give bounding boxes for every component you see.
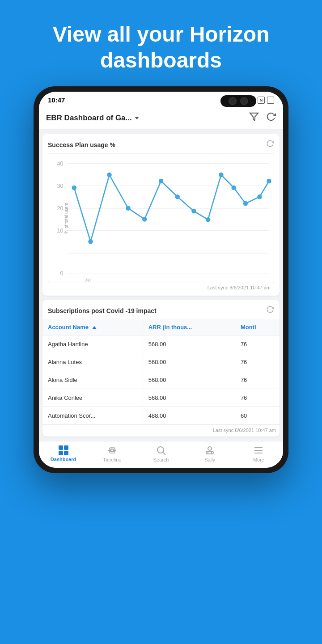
subscriptions-table: Account Name ARR (in thous... Montl Agat… xyxy=(42,319,280,425)
phone-screen: 10:47 ▭ N EBR Dashboard of Ga... xyxy=(39,92,283,468)
col-arr[interactable]: ARR (in thous... xyxy=(143,319,235,335)
table-header-row: Account Name ARR (in thous... Montl xyxy=(42,319,280,335)
col-month[interactable]: Montl xyxy=(235,319,280,335)
svg-point-25 xyxy=(257,195,262,199)
svg-point-20 xyxy=(191,209,196,214)
table-row: Automation Scor... 488.00 60 xyxy=(42,407,280,425)
nav-label-more: More xyxy=(253,457,264,462)
nav-item-more[interactable]: More xyxy=(234,445,283,462)
cell-account-name: Agatha Hartline xyxy=(42,335,143,353)
cell-month: 76 xyxy=(235,353,280,371)
grid-status-icon xyxy=(267,97,274,104)
table-title: Subscriptions post Covid -19 impact xyxy=(48,307,157,314)
cell-arr: 568.00 xyxy=(143,335,235,353)
cell-month: 60 xyxy=(235,407,280,425)
camera-lens-1 xyxy=(229,97,237,105)
chart-y-label: % of total users xyxy=(64,203,69,234)
nav-label-timeline: Timeline xyxy=(103,457,121,462)
cell-arr: 568.00 xyxy=(143,389,235,407)
cell-month: 76 xyxy=(235,389,280,407)
cell-arr: 568.00 xyxy=(143,353,235,371)
nav-label-search: Search xyxy=(153,457,169,462)
status-bar: 10:47 ▭ N xyxy=(39,92,283,106)
cell-account-name: Automation Scor... xyxy=(42,407,143,425)
sally-icon xyxy=(204,445,215,456)
svg-point-35 xyxy=(208,447,212,450)
filter-icon[interactable] xyxy=(249,112,259,124)
svg-point-22 xyxy=(219,173,224,178)
svg-point-24 xyxy=(243,201,248,206)
cell-account-name: Anika Conlee xyxy=(42,389,143,407)
camera-lens-2 xyxy=(240,97,248,105)
svg-text:40: 40 xyxy=(57,161,64,167)
table-refresh-icon[interactable] xyxy=(266,305,274,316)
dashboard-icon xyxy=(59,445,68,455)
chart-refresh-icon[interactable] xyxy=(266,140,274,150)
chart-card-header: Success Plan usage % xyxy=(48,140,274,150)
table-card-header: Subscriptions post Covid -19 impact xyxy=(42,300,280,319)
timeline-icon xyxy=(107,445,118,456)
svg-text:10: 10 xyxy=(57,228,64,234)
table-row: Alanna Lutes 568.00 76 xyxy=(42,353,280,371)
table-row: Agatha Hartline 568.00 76 xyxy=(42,335,280,353)
header-title-group[interactable]: EBR Dashboard of Ga... xyxy=(46,114,139,123)
cell-account-name: Alanna Lutes xyxy=(42,353,143,371)
svg-point-13 xyxy=(72,186,77,191)
chart-sync-text: Last sync 8/6/2021 10:47 am xyxy=(48,283,274,290)
svg-point-17 xyxy=(142,217,147,222)
refresh-icon[interactable] xyxy=(266,112,276,124)
svg-point-23 xyxy=(232,186,237,191)
table-row: Alona Sidle 568.00 76 xyxy=(42,371,280,389)
svg-text:20: 20 xyxy=(57,205,64,212)
chart-title: Success Plan usage % xyxy=(48,141,115,148)
camera-bump xyxy=(220,95,256,107)
header-actions xyxy=(249,112,276,124)
cell-arr: 488.00 xyxy=(143,407,235,425)
phone-frame: 10:47 ▭ N EBR Dashboard of Ga... xyxy=(34,86,288,473)
content-area: Success Plan usage % % of total users xyxy=(39,130,283,441)
svg-line-34 xyxy=(163,453,166,455)
search-icon xyxy=(156,445,166,456)
status-icons: ▭ N xyxy=(248,97,274,104)
svg-point-18 xyxy=(159,179,164,184)
svg-text:AI: AI xyxy=(85,277,91,283)
more-icon xyxy=(253,445,264,456)
nav-item-dashboard[interactable]: Dashboard xyxy=(39,445,88,462)
svg-point-26 xyxy=(267,179,271,184)
svg-point-19 xyxy=(175,195,180,199)
table-sync-text: Last sync 8/6/2021 10:47 am xyxy=(42,425,280,436)
hero-title: View all your Horizon dashboards xyxy=(53,21,270,73)
table-card: Subscriptions post Covid -19 impact xyxy=(42,300,280,436)
cell-month: 76 xyxy=(235,335,280,353)
nfc-icon: N xyxy=(258,97,265,104)
nav-item-sally[interactable]: Sally xyxy=(186,445,234,462)
table-container: Account Name ARR (in thous... Montl Agat… xyxy=(42,319,280,425)
table-row: Anika Conlee 568.00 76 xyxy=(42,389,280,407)
svg-point-14 xyxy=(88,239,93,244)
status-time: 10:47 xyxy=(48,96,65,104)
svg-text:0: 0 xyxy=(60,270,64,276)
svg-point-16 xyxy=(126,206,131,211)
app-header: EBR Dashboard of Ga... xyxy=(39,106,283,130)
nav-label-dashboard: Dashboard xyxy=(51,457,76,462)
chart-container: % of total users 40 30 20 10 xyxy=(48,153,274,283)
bottom-nav: Dashboard Timeline Search xyxy=(39,441,283,468)
nav-item-search[interactable]: Search xyxy=(136,445,185,462)
svg-rect-36 xyxy=(206,451,213,454)
cell-month: 76 xyxy=(235,371,280,389)
nav-item-timeline[interactable]: Timeline xyxy=(88,445,136,462)
sort-asc-icon xyxy=(92,326,97,329)
chart-card: Success Plan usage % % of total users xyxy=(42,134,280,296)
hero-section: View all your Horizon dashboards xyxy=(26,0,297,86)
dashboard-title: EBR Dashboard of Ga... xyxy=(46,114,132,123)
cell-arr: 568.00 xyxy=(143,371,235,389)
chevron-down-icon xyxy=(135,117,139,119)
nav-label-sally: Sally xyxy=(204,457,215,462)
cell-account-name: Alona Sidle xyxy=(42,371,143,389)
svg-text:30: 30 xyxy=(57,183,64,189)
svg-point-21 xyxy=(206,217,211,222)
chart-svg: 40 30 20 10 0 AI xyxy=(48,154,274,283)
svg-point-15 xyxy=(107,173,112,178)
col-account-name[interactable]: Account Name xyxy=(42,319,143,335)
svg-marker-0 xyxy=(250,113,258,121)
